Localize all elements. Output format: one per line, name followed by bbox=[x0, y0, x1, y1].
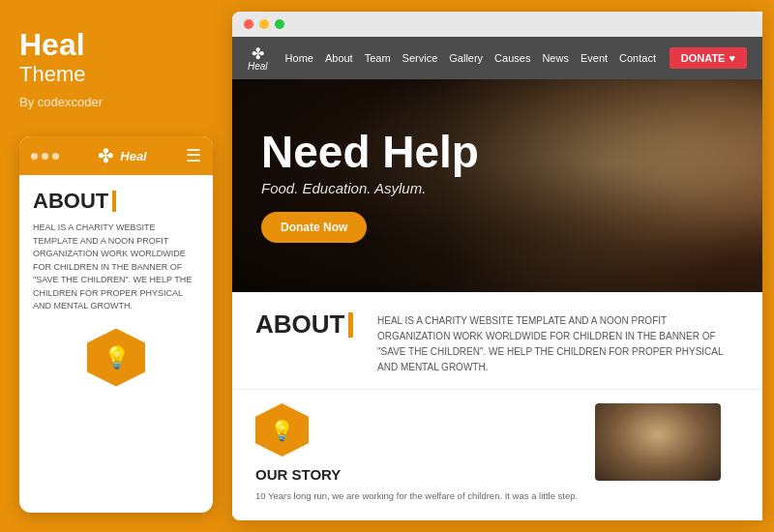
hero-donate-button[interactable]: Donate Now bbox=[261, 212, 367, 243]
browser-chrome bbox=[232, 12, 762, 37]
mobile-header: ✤ Heal ☰ bbox=[19, 136, 213, 175]
site-story-section: 💡 OUR STORY 10 Years long run, we are wo… bbox=[232, 390, 762, 517]
site-nav: ✤ Heal Home About Team Service Gallery C… bbox=[232, 37, 762, 79]
nav-link-causes[interactable]: Causes bbox=[494, 52, 530, 64]
mobile-about-title: ABOUT bbox=[33, 189, 199, 214]
nav-link-service[interactable]: Service bbox=[402, 52, 438, 64]
nav-link-home[interactable]: Home bbox=[285, 52, 313, 64]
site-nav-logo: ✤ Heal bbox=[248, 44, 268, 72]
browser-minimize-dot[interactable] bbox=[259, 19, 269, 29]
site-hero: Need Help Food. Education. Asylum. Donat… bbox=[232, 79, 762, 292]
mobile-dot-3 bbox=[52, 153, 59, 160]
brand-by: By codexcoder bbox=[19, 95, 213, 109]
mobile-hamburger-icon[interactable]: ☰ bbox=[186, 145, 201, 166]
about-title-block: ABOUT bbox=[255, 310, 362, 340]
left-panel: Heal Theme By codexcoder ✤ Heal ☰ ABOUT … bbox=[0, 0, 232, 532]
mobile-dot-2 bbox=[42, 153, 48, 160]
hero-content: Need Help Food. Education. Asylum. Donat… bbox=[232, 130, 508, 243]
nav-link-gallery[interactable]: Gallery bbox=[449, 52, 483, 64]
story-left: 💡 OUR STORY 10 Years long run, we are wo… bbox=[255, 403, 578, 503]
mobile-dots bbox=[31, 153, 59, 160]
mobile-content: ABOUT HEAL IS A CHARITY WEBSITE TEMPLATE… bbox=[19, 175, 213, 397]
brand-theme: Theme bbox=[19, 62, 213, 87]
story-text: 10 Years long run, we are working for th… bbox=[255, 488, 578, 503]
nav-link-team[interactable]: Team bbox=[365, 52, 391, 64]
about-title-text: ABOUT bbox=[255, 310, 344, 340]
hero-subtitle: Food. Education. Asylum. bbox=[261, 180, 479, 196]
nav-link-event[interactable]: Event bbox=[580, 52, 608, 64]
mobile-hex-icon: 💡 bbox=[87, 329, 145, 387]
story-hex-icon: 💡 bbox=[255, 403, 309, 457]
hero-title: Need Help bbox=[261, 130, 479, 174]
mobile-icon-area: 💡 bbox=[33, 329, 199, 397]
site-nav-links: Home About Team Service Gallery Causes N… bbox=[285, 52, 670, 64]
nav-link-news[interactable]: News bbox=[542, 52, 569, 64]
mobile-logo-area: ✤ Heal bbox=[98, 144, 146, 167]
site-logo-text: Heal bbox=[248, 61, 268, 72]
about-title-accent-bar bbox=[348, 312, 353, 338]
mobile-about-bar bbox=[112, 191, 116, 212]
site-about-section: ABOUT HEAL IS A CHARITY WEBSITE TEMPLATE… bbox=[232, 292, 762, 390]
browser-close-dot[interactable] bbox=[244, 19, 253, 29]
story-image-inner bbox=[595, 403, 721, 481]
nav-donate-button[interactable]: DONATE ♥ bbox=[670, 47, 747, 69]
mobile-preview-card: ✤ Heal ☰ ABOUT HEAL IS A CHARITY WEBSITE… bbox=[19, 136, 213, 513]
nav-link-about[interactable]: About bbox=[325, 52, 353, 64]
story-title: OUR STORY bbox=[255, 466, 341, 483]
about-description: HEAL IS A CHARITY WEBSITE TEMPLATE AND A… bbox=[377, 310, 739, 375]
heart-icon: ♥ bbox=[729, 52, 735, 64]
mobile-lightbulb-icon: 💡 bbox=[104, 345, 130, 370]
nav-link-contact[interactable]: Contact bbox=[619, 52, 656, 64]
story-image bbox=[595, 403, 721, 481]
website-preview: ✤ Heal Home About Team Service Gallery C… bbox=[232, 37, 762, 520]
brand-name: Heal bbox=[19, 29, 213, 60]
browser-maximize-dot[interactable] bbox=[275, 19, 284, 29]
mobile-about-text: HEAL IS A CHARITY WEBSITE TEMPLATE AND A… bbox=[33, 222, 199, 313]
mobile-dot-1 bbox=[31, 153, 38, 160]
mobile-logo-text: Heal bbox=[120, 149, 146, 163]
right-panel: ✤ Heal Home About Team Service Gallery C… bbox=[232, 12, 762, 520]
mobile-logo-icon: ✤ bbox=[98, 144, 114, 167]
donate-label: DONATE bbox=[681, 52, 726, 64]
story-lightbulb-icon: 💡 bbox=[270, 419, 294, 442]
